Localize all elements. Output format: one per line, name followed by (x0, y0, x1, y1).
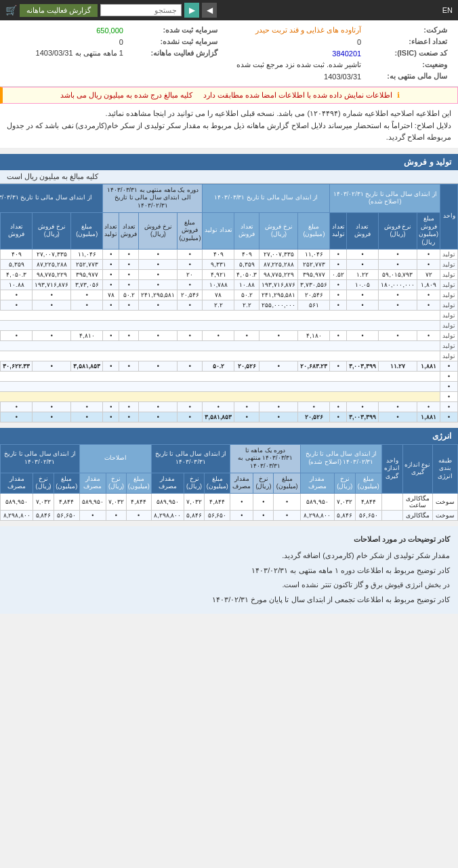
table-row: تولید • (0, 340, 458, 351)
production-section-title: تولید و فروش (0, 154, 458, 170)
energy-table-wrapper: طبقه بندی انرژی نوع اندازه گیری واحد اند… (0, 444, 458, 521)
energy-ytd-header: از ابتدای سال مالی تا تاریخ ۱۴۰۳/۰۲/۳۱ (1, 444, 80, 473)
row-type: تولید (440, 340, 458, 351)
production-table: واحد از ابتدای سال مالی تا تاریخ ۱۴۰۳/۰۲… (0, 184, 458, 422)
col-p1-nf: نرخ فروش (ریال) (378, 212, 417, 249)
energy-col-subtype: نوع اندازه گیری (402, 444, 432, 493)
period-label: گزارش فعالیت ماهانه: (127, 47, 222, 59)
top-bar: EN ◀ ▶ گزارش فعالیت ماهانه 🛒 (0, 0, 458, 20)
col-unit: واحد (440, 184, 458, 249)
col-p4-mbl: مبلغ (میلیون) (71, 212, 103, 249)
next-button[interactable]: ▶ (184, 3, 199, 18)
col-period1-header: از ابتدای سال مالی تا تاریخ ۱۴۰۳/۰۲/۳۱(ا… (330, 184, 440, 212)
footnote-2: کادر توضیح مربوط به اطلاعات دوره ۱ ماهه … (8, 564, 450, 578)
row-type: تولید (440, 259, 458, 269)
row-type: تولید (440, 249, 458, 259)
energy-period1-header: از ابتدای سال مالی تا تاریخ ۱۴۰۳/۰۲/۳۱ (… (300, 444, 381, 473)
info-icon: ℹ (397, 91, 400, 99)
col-period3-header: دوره یک ماهه منتهی به ۱۴۰۳/۰۳/۳۱ الی ابت… (103, 184, 203, 212)
total-row: • ۱,۸۸۱ ۱۱.۲۷ ۳,۰۰۳,۳۹۹ • ۲۰,۶۸۳.۲۳ • ۲۰… (0, 361, 458, 371)
table-row: • • (0, 371, 458, 381)
footnotes: کادر توضیحات در مورد اصلاحات مقدار شکر ت… (0, 526, 458, 614)
col-d-tf: تعداد فروش (119, 212, 139, 249)
alert-bar: ℹ اطلاعات نمایش داده شده با اطلاعات امضا… (0, 87, 458, 104)
energy-section-title: انرژی (0, 428, 458, 444)
footnote-4: کادر توضیح مربوط به اطلاعات تجمعی از ابت… (8, 593, 450, 607)
shareholders-label: تعداد اعضاء: (365, 36, 451, 47)
shareholders-value: 0 (222, 36, 365, 47)
energy-period3-header: از ابتدای سال مالی تا تاریخ ۱۴۰۳/۰۳/۳۱ (151, 444, 230, 473)
table-row: تولید ۱,۸۰۹ ۱۸۰,۰۰۰,۰۰۰ ۱۰.۰۵ • ۳,۷۳۰,۵۵… (0, 279, 458, 290)
col-d-nf: نرخ فروش (ریال) (139, 212, 178, 249)
status-label: وضعیت: (365, 59, 451, 71)
row-type: تولید (440, 310, 458, 320)
status-value: تاشیر شده. ثبت شده نزد مرجع ثبت شده (7, 59, 365, 71)
row-type: تولید (440, 279, 458, 290)
table-row: تولید •••• ۲۵۲,۷۷۳ ۸۷,۲۲۵,۲۸۸ ۵,۳۵۹ ۹,۳۳… (0, 259, 458, 269)
col-p4-nl: نرخ فروش (ریال) (33, 212, 71, 249)
isic-value: 3840201 (222, 47, 365, 59)
unreg-value: 0 (7, 36, 127, 47)
energy-row: سوخت مگاکالری ۵۶,۶۵۰ ۵,۸۴۶ ۸,۲۹۸,۸۰۰ •••… (1, 511, 458, 521)
unreg-label: سرمایه ثبت نشده: (127, 36, 222, 47)
col-p2-tfl: تعداد فروش (234, 212, 259, 249)
company-value: آرتاوده های غذایی و قند تربت حیدر (222, 24, 365, 36)
col-p1-tf: تعداد فروش (346, 212, 378, 249)
isic-label: کد صنعت (ISIC): (365, 47, 451, 59)
table-row: • • (0, 391, 458, 401)
table-row: تولید •••• ۲۰,۵۴۶ ۲۴۱,۲۹۵,۵۸۱ ۵۰.۲ ۷۸ ۲۰… (0, 290, 458, 300)
energy-table: طبقه بندی انرژی نوع اندازه گیری واحد اند… (0, 444, 458, 521)
row-type: تولید (440, 290, 458, 300)
reg-value: 650,000 (7, 24, 127, 36)
col-p1-tt: تعداد تولید (330, 212, 347, 249)
table-row: تولید • (0, 320, 458, 330)
row-type: تولید (440, 269, 458, 279)
lang-label: EN (442, 6, 453, 14)
table-row: تولید •••• ۵۶۱ ۲۵۵,۰۰۰,۰۰۰ ۲.۲ ۲.۲ •••• … (0, 300, 458, 310)
nav-buttons: ◀ ▶ گزارش فعالیت ماهانه 🛒 (5, 3, 217, 18)
reg-label: سرمایه ثبت شده: (127, 24, 222, 36)
table-row: تولید ۷۲ ۵۹,۰۱۵,۷۹۳ ۱.۲۲ ۰.۵۲ ۳۹۵,۹۷۷ ۹۸… (0, 269, 458, 279)
production-table-wrapper: واحد از ابتدای سال مالی تا تاریخ ۱۴۰۳/۰۲… (0, 184, 458, 422)
energy-col-unit: واحد اندازه گیری (381, 444, 402, 493)
production-section-subtitle: کلیه مبالغ به میلیون ریال است (0, 170, 458, 184)
col-p4-ttl: تعداد تولید (0, 212, 1, 249)
col-p4-tfl: تعداد فروش (1, 212, 33, 249)
energy-row: سوخت مگاکالری ساعت ۴,۸۴۴ ۷,۰۳۲ ۵۸۹,۹۵۰ •… (1, 494, 458, 511)
table-row: تولید •••• ۱۱,۰۴۶ ۲۷,۰۰۷,۳۳۵ ۴۰۹ ۴۰۹ •••… (0, 249, 458, 259)
col-p2-mbl: مبلغ (میلیون) (298, 212, 330, 249)
row-type: تولید (440, 351, 458, 361)
prev-button[interactable]: ◀ (202, 3, 217, 18)
notice-text: این اطلاعیه اصلاحیه اطلاعیه شماره (۱۲۰۴۴… (0, 104, 458, 149)
footnote-3: در بخش انرژی قیوش برق و گاز تاکنون تنتر … (8, 578, 450, 592)
alert-note: کلیه مبالغ درج شده به میلیون ریال می باش… (60, 91, 192, 99)
energy-col-type: طبقه بندی انرژی (432, 444, 457, 493)
footnotes-title: کادر توضیحات در مورد اصلاحات (8, 533, 450, 547)
search-input[interactable] (100, 4, 182, 16)
col-p1-mbf: مبلغ فروش (میلیون ریال) (417, 212, 440, 249)
col-d-tt: تعداد تولید (103, 212, 119, 249)
table-row: • • (0, 381, 458, 391)
row-type: تولید (440, 330, 458, 340)
grand-total-row: • ۱,۸۸۱ • ۳,۰۰۳,۳۹۹ • ۲۰,۵۲۶ • • ۳,۵۸۱,۸… (0, 412, 458, 422)
col-period2-header: از ابتدای سال مالی تا تاریخ ۱۴۰۳/۰۳/۳۱ (203, 184, 330, 212)
company-label: شرکت: (365, 24, 451, 36)
col-p2-ttl: تعداد تولید (203, 212, 234, 249)
row-type: تولید (440, 300, 458, 310)
col-d-mbf: مبلغ فروش (میلیون) (178, 212, 203, 249)
report-button[interactable]: گزارش فعالیت ماهانه (20, 4, 98, 17)
header-info: شرکت: آرتاوده های غذایی و قند تربت حیدر … (0, 20, 458, 87)
period-value: 1 ماهه منتهی به 1403/03/31 (7, 47, 127, 59)
table-row: • •••• •••• •••• •••• • (0, 401, 458, 412)
energy-period2-header: دوره یک ماهه تا ۱۴۰۳/۰۳/۳۱ منتهی به ۱۴۰۳… (230, 444, 301, 473)
footnote-1: مقدار شکر تولیدی از شکر خام (کارمردی) اض… (8, 549, 450, 563)
table-row: تولید • (0, 351, 458, 361)
col-period4-header: از ابتدای سال مالی تا تاریخ ۱۴۰۳/۰۳/۳۱ (0, 184, 103, 212)
table-row: تولید • (0, 310, 458, 320)
cart-icon: 🛒 (5, 5, 17, 16)
fiscal-label: سال مالی منتهی به: (365, 71, 451, 82)
row-type: تولید (440, 320, 458, 330)
col-p2-nl: نرخ فروش (ریال) (259, 212, 298, 249)
alert-text: اطلاعات نمایش داده شده با اطلاعات امضا ش… (203, 91, 393, 99)
table-row: تولید •••• ۴,۱۸۰ ••• •••• ۴,۸۱۰ ••• • (0, 330, 458, 340)
